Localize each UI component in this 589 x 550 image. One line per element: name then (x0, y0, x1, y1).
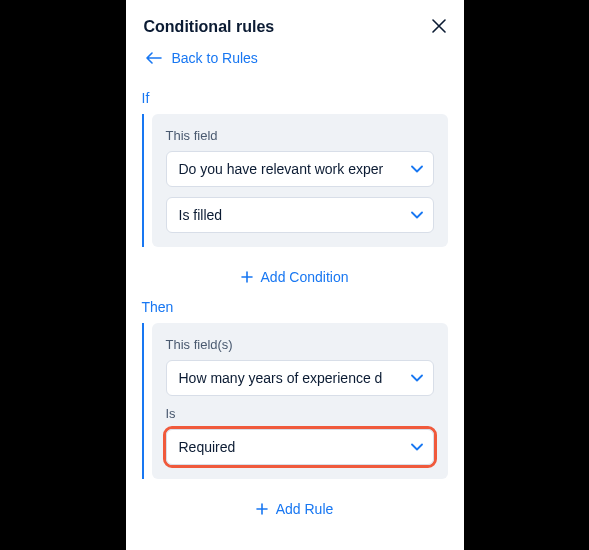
if-section-label: If (142, 90, 448, 106)
if-this-field-label: This field (166, 128, 434, 143)
panel-title: Conditional rules (144, 18, 275, 36)
if-operator-select-value: Is filled (179, 207, 223, 223)
conditional-rules-panel: Conditional rules Back to Rules If This … (126, 0, 464, 550)
arrow-left-icon (146, 52, 162, 64)
then-field-select-value: How many years of experience d (179, 370, 383, 386)
then-is-select-value: Required (179, 439, 236, 455)
then-block: This field(s) How many years of experien… (142, 323, 448, 479)
then-is-select[interactable]: Required (166, 429, 434, 465)
then-field-select[interactable]: How many years of experience d (166, 360, 434, 396)
then-is-label: Is (166, 406, 434, 421)
if-block: This field Do you have relevant work exp… (142, 114, 448, 247)
chevron-down-icon (411, 374, 423, 382)
back-to-rules-link[interactable]: Back to Rules (142, 50, 448, 66)
plus-icon (241, 271, 253, 283)
if-operator-select[interactable]: Is filled (166, 197, 434, 233)
chevron-down-icon (411, 211, 423, 219)
close-button[interactable] (432, 18, 446, 36)
plus-icon (256, 503, 268, 515)
back-label: Back to Rules (172, 50, 258, 66)
if-card: This field Do you have relevant work exp… (152, 114, 448, 247)
add-rule-label: Add Rule (276, 501, 334, 517)
then-is-select-highlight: Required (166, 429, 434, 465)
if-field-select[interactable]: Do you have relevant work exper (166, 151, 434, 187)
chevron-down-icon (411, 165, 423, 173)
then-card: This field(s) How many years of experien… (152, 323, 448, 479)
chevron-down-icon (411, 443, 423, 451)
add-condition-label: Add Condition (261, 269, 349, 285)
if-field-select-value: Do you have relevant work exper (179, 161, 384, 177)
close-icon (432, 19, 446, 33)
add-rule-button[interactable]: Add Rule (142, 489, 448, 531)
then-section-label: Then (142, 299, 448, 315)
panel-header: Conditional rules (142, 18, 448, 36)
if-bar (142, 114, 144, 247)
add-condition-button[interactable]: Add Condition (142, 257, 448, 299)
then-bar (142, 323, 144, 479)
then-this-fields-label: This field(s) (166, 337, 434, 352)
